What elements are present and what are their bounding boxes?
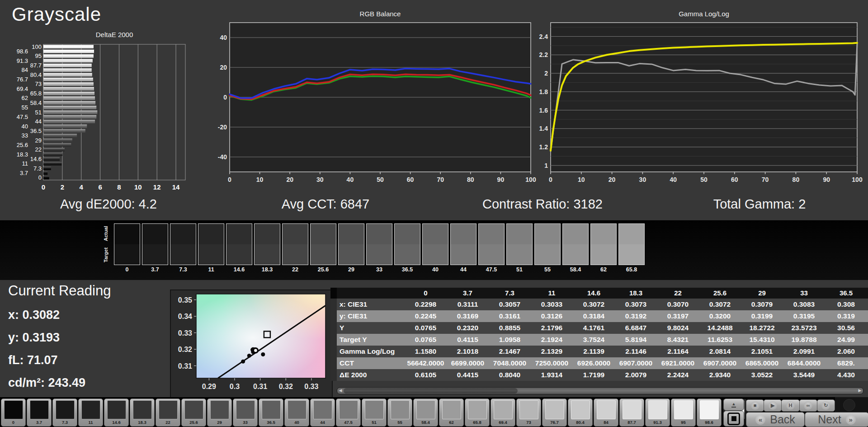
pattern-patch-button[interactable]: 0 (1, 399, 26, 427)
scroll-left-icon[interactable]: ◀ (337, 388, 344, 394)
table-scrollbar[interactable]: ◀ ▶ (337, 387, 863, 394)
grayscale-swatch: 40 (422, 223, 448, 273)
pattern-patch-button[interactable]: 47.5 (336, 399, 361, 427)
table-gutter (330, 288, 337, 381)
svg-text:2.2: 2.2 (539, 51, 548, 58)
pause-button[interactable]: H (781, 399, 799, 412)
back-button[interactable]: « Back (746, 412, 805, 427)
pattern-patch-button[interactable]: 84 (594, 399, 618, 427)
next-button[interactable]: Next » (805, 412, 868, 427)
pattern-patch-button[interactable]: 95 (671, 399, 696, 427)
corner-panel (835, 397, 868, 412)
pattern-patch-button[interactable]: 29 (207, 399, 232, 427)
grayscale-swatch-band: Actual Target 0 3.7 7.3 11 14.6 18.3 22 … (0, 220, 868, 280)
stop-button[interactable]: ■ (746, 399, 764, 412)
actual-half (283, 224, 308, 244)
patch-chip (81, 400, 100, 419)
pattern-patch-button[interactable]: 22 (156, 399, 180, 427)
reading-x: x: 0.3082 (8, 304, 111, 326)
svg-text:0.33: 0.33 (304, 383, 318, 390)
pattern-patch-button[interactable]: 25.6 (181, 399, 206, 427)
pattern-patch-button[interactable]: 91.3 (645, 399, 670, 427)
pattern-patch-button[interactable]: 76.7 (542, 399, 567, 427)
svg-text:90: 90 (823, 176, 830, 183)
pattern-patch-button[interactable]: 80.4 (568, 399, 593, 427)
patch-chip (416, 400, 435, 419)
grayscale-swatch: 47.5 (478, 223, 505, 273)
swatch-label: 29 (348, 266, 354, 273)
pattern-patch-button[interactable]: 40 (284, 399, 309, 427)
patch-label: 84 (604, 420, 609, 425)
pattern-patch-button[interactable]: 73 (516, 399, 541, 427)
stop-pattern-button[interactable] (723, 411, 744, 427)
pattern-patch-button[interactable]: 55 (387, 399, 412, 427)
swatch-label: 18.3 (262, 266, 273, 273)
patch-chip (30, 400, 49, 419)
target-half (311, 244, 336, 265)
target-half (591, 244, 616, 265)
pattern-patch-button[interactable]: 87.7 (619, 399, 644, 427)
patch-label: 40 (294, 420, 299, 425)
pattern-patch-button[interactable]: 7.3 (52, 399, 77, 427)
table-cell: 0.4415 (447, 369, 489, 381)
table-cell: 0.2245 (405, 310, 447, 322)
patch-chip (56, 400, 75, 419)
pattern-patch-button[interactable]: 14.6 (104, 399, 129, 427)
svg-text:20: 20 (609, 176, 616, 183)
patch-chip (623, 400, 642, 419)
pause-icon: H (786, 401, 795, 410)
actual-half (311, 224, 336, 244)
table-header-cell: 22 (657, 288, 699, 299)
swatch-label: 47.5 (486, 266, 497, 273)
swatch-label: 14.6 (234, 266, 245, 273)
actual-half (451, 224, 476, 244)
pattern-patch-button[interactable]: 65.8 (465, 399, 490, 427)
svg-text:Gamma Log/Log: Gamma Log/Log (679, 10, 729, 18)
current-reading-title: Current Reading (8, 283, 111, 299)
loop-button[interactable]: ∞ (799, 399, 817, 412)
target-half (507, 244, 532, 265)
table-cell: 4.430 (825, 369, 867, 381)
patch-chip (519, 400, 538, 419)
pattern-patch-button[interactable]: 98.6 (697, 399, 722, 427)
pattern-patch-button[interactable]: 51 (362, 399, 387, 427)
table-cell: 0.3169 (447, 310, 489, 322)
svg-text:30: 30 (639, 176, 646, 183)
pattern-patch-button[interactable]: 69.4 (491, 399, 515, 427)
actual-half (114, 224, 140, 244)
stop-frame-icon (727, 413, 740, 425)
pattern-patch-button[interactable]: 62 (439, 399, 464, 427)
svg-text:0: 0 (42, 183, 45, 191)
scroll-right-icon[interactable]: ▶ (857, 388, 863, 394)
svg-text:62: 62 (22, 95, 28, 101)
table-cell: 6865.0000 (741, 357, 783, 369)
pattern-patch-button[interactable]: 58.4 (413, 399, 438, 427)
pattern-patch-button[interactable]: 3.7 (27, 399, 52, 427)
grayscale-swatch: 62 (590, 223, 617, 273)
table-cell: 2.1467 (489, 346, 531, 357)
actual-half (479, 224, 504, 244)
pattern-patch-button[interactable]: 11 (78, 399, 103, 427)
actual-half (367, 224, 392, 244)
table-cell: 2.0079 (615, 369, 657, 381)
refresh-button[interactable]: ↻ (817, 399, 835, 412)
play-button[interactable]: ▶ (764, 399, 782, 412)
eject-button[interactable]: ▲ (723, 399, 744, 411)
svg-text:76.7: 76.7 (17, 76, 28, 83)
next-chevron-icon: » (846, 415, 856, 425)
svg-text:18.3: 18.3 (17, 151, 28, 158)
pattern-patch-button[interactable]: 18.3 (130, 399, 155, 427)
table-cell: 3.7524 (573, 334, 615, 346)
svg-text:8: 8 (117, 183, 121, 191)
patch-chip (210, 400, 229, 419)
pattern-patch-button[interactable]: 44 (310, 399, 335, 427)
patch-label: 73 (526, 420, 531, 425)
actual-half (423, 224, 448, 244)
patch-chip (4, 400, 23, 419)
svg-text:1.8: 1.8 (539, 88, 548, 95)
svg-text:70: 70 (762, 176, 769, 183)
pattern-patch-button[interactable]: 33 (233, 399, 258, 427)
swatch-label: 11 (208, 266, 214, 273)
pattern-patch-button[interactable]: 36.5 (259, 399, 283, 427)
table-scrollbar-thumb[interactable] (344, 388, 518, 394)
